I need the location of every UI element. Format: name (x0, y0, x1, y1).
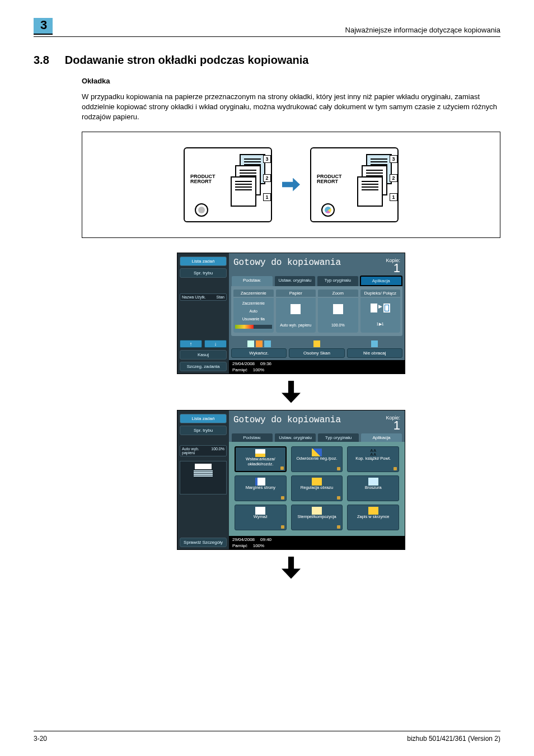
up-button[interactable]: ↑ (180, 340, 202, 348)
app-broszura[interactable]: Broszura (347, 475, 399, 501)
erase-icon (255, 507, 265, 515)
app-wstaw-arkusza[interactable]: Wstaw.arkusza/ okładki/rozdz. (235, 446, 287, 472)
tab-podstaw[interactable]: Podstaw. (231, 433, 273, 442)
sheet-icon (357, 176, 383, 207)
insert-sheet-icon (255, 449, 265, 457)
report-label: PRODUCT RERORT (317, 174, 342, 185)
app-zapis-skrzynce[interactable]: Zapis w skrzynce (347, 505, 399, 530)
finish-icons (231, 340, 287, 347)
model-info: bizhub 501/421/361 (Version 2) (407, 735, 500, 743)
tab-lista-zadan[interactable]: Lista zadań (180, 414, 227, 423)
app-wymaz[interactable]: Wymaż (235, 505, 287, 530)
sprawdz-szczegoly-button[interactable]: Sprawdź Szczegóły (180, 538, 227, 547)
scan-icon (289, 340, 344, 347)
setting-zaczernienie[interactable]: Zaczernienie Auto Usuwanie tła (233, 298, 274, 333)
page-single-icon (371, 304, 377, 312)
screen-footer: 29/04/200809:40 (229, 536, 405, 543)
status-row: Auto wyb. papieru100.0% (180, 445, 227, 456)
col-zaczernienie: Zaczernienie (233, 290, 274, 297)
save-box-icon (368, 507, 378, 515)
copier-screen-aplikacja: Lista zadań Spr. trybu Auto wyb. papieru… (177, 410, 405, 550)
sheet-icon (231, 176, 256, 207)
screen-footer: Pamięć100% (229, 543, 405, 549)
col-dupleks: Dupleks/ Połącz (360, 290, 401, 297)
tab-podstaw[interactable]: Podstaw. (231, 276, 273, 286)
num-badge: 3 (263, 155, 271, 163)
arrow-right-icon (282, 178, 300, 192)
num-badge: 2 (263, 174, 271, 182)
osobny-skan-button[interactable]: Osobny Skan (289, 348, 344, 358)
szczeg-zadania-button[interactable]: Szczeg. zadania (180, 362, 227, 371)
diagram-original: PRODUCT RERORT 3 2 1 (184, 147, 272, 222)
arrow-down-icon (282, 381, 301, 403)
gear-icon (195, 203, 208, 217)
stamp-icon (312, 507, 322, 515)
col-papier: Papier (276, 290, 316, 297)
gear-color-icon (321, 203, 335, 217)
copier-screen-basic: Lista zadań Spr. trybu Nazwa Użytk.Stan … (177, 253, 405, 374)
tab-lista-zadan[interactable]: Lista zadań (180, 256, 227, 266)
setting-dupleks[interactable]: ▶ 1▶1 (360, 298, 401, 333)
tab-typ-oryginalu[interactable]: Typ oryginału (317, 433, 359, 442)
down-button[interactable]: ↓ (204, 340, 227, 348)
section-title: Dodawanie stron okładki podczas kopiowan… (65, 54, 309, 67)
preview-icon (180, 461, 227, 494)
neg-pos-icon (312, 449, 322, 456)
tab-spr-trybu[interactable]: Spr. trybu (180, 268, 227, 278)
tab-ustaw-oryginalu[interactable]: Ustaw. oryginału (274, 276, 316, 286)
image-adjust-icon (312, 478, 322, 486)
density-meter-icon (235, 325, 272, 329)
screen-footer: 29/04/200809:36 (229, 360, 405, 367)
page-single-icon (383, 304, 390, 312)
screen-footer: Pamięć100% (229, 367, 405, 374)
paper-icon (291, 304, 301, 314)
screen-title: Gotowy do kopiowania (233, 258, 341, 268)
status-row: Nazwa Użytk.Stan (180, 293, 227, 301)
report-label: PRODUCT RERORT (190, 174, 216, 185)
tab-spr-trybu[interactable]: Spr. trybu (180, 426, 227, 435)
booklet-icon (368, 478, 378, 486)
app-stempel[interactable]: Stempel/kompozycja (291, 505, 343, 530)
tab-ustaw-oryginalu[interactable]: Ustaw. oryginału (274, 433, 316, 442)
rotate-icon (347, 340, 402, 347)
kopie-counter: Kopie:1 (386, 415, 400, 431)
running-header: Najważniejsze informacje dotyczące kopio… (34, 26, 500, 37)
col-zoom: Zoom (318, 290, 358, 297)
repeat-icon: A AA A (370, 449, 376, 456)
screen-title: Gotowy do kopiowania (233, 415, 341, 425)
setting-papier[interactable]: Auto wyb. papieru (276, 298, 316, 333)
wykancz-button[interactable]: Wykańcz. (231, 348, 287, 358)
num-badge: 2 (390, 174, 397, 182)
arrow-down-icon (282, 557, 301, 579)
subsection-title: Okładka (82, 77, 500, 85)
body-paragraph: W przypadku kopiowania na papierze przez… (82, 92, 500, 123)
zoom-icon (333, 304, 343, 314)
diagram-output: PRODUCT RERORT 3 2 1 (310, 147, 399, 222)
setting-zoom[interactable]: 100.0% (318, 298, 358, 333)
app-odwrocenie[interactable]: Odwrócenie neg./poz. (291, 446, 343, 472)
page-number: 3-20 (34, 735, 47, 743)
cover-diagram: PRODUCT RERORT 3 2 1 PRODUCT RERORT (82, 132, 500, 238)
chapter-tab: 3 (34, 18, 53, 35)
num-badge: 1 (263, 193, 271, 201)
arrow-right-icon: ▶ (378, 304, 382, 312)
tab-aplikacja[interactable]: Aplikacja (360, 276, 403, 286)
num-badge: 3 (390, 155, 397, 163)
kopie-counter: Kopie:1 (386, 258, 400, 273)
app-regulacja-obrazu[interactable]: Regulacja obrazu (291, 475, 343, 501)
nie-obracaj-button[interactable]: Nie obracaj (347, 348, 402, 358)
tab-typ-oryginalu[interactable]: Typ oryginału (317, 276, 359, 286)
margin-icon (255, 478, 265, 486)
section-number: 3.8 (34, 54, 49, 67)
app-margines[interactable]: Margines strony (235, 475, 287, 501)
app-kop-ksiazki[interactable]: A AA AKop. książki/ Powt. (347, 446, 399, 472)
kasuj-button[interactable]: Kasuj (180, 350, 227, 360)
num-badge: 1 (390, 193, 397, 201)
tab-aplikacja[interactable]: Aplikacja (360, 433, 402, 442)
